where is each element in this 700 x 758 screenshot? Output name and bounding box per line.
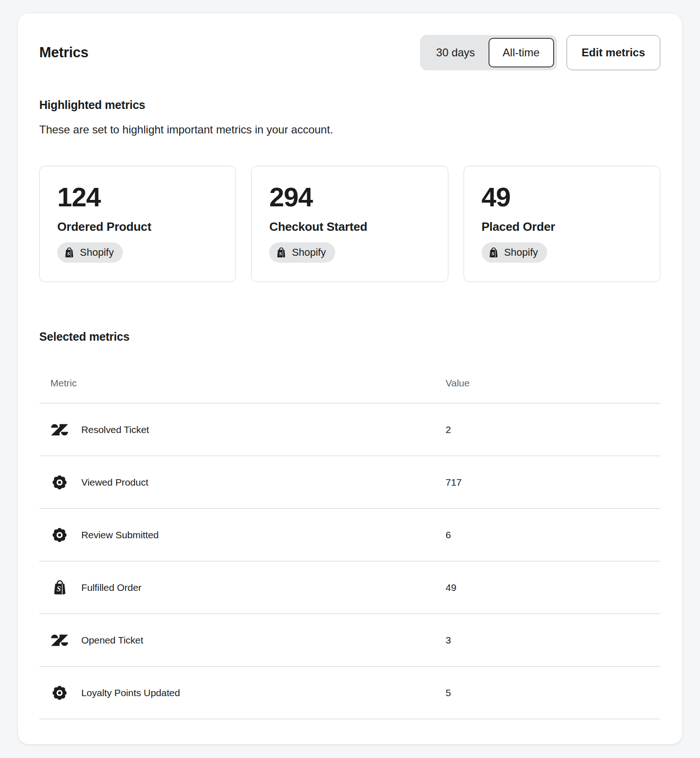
selected-metrics-heading: Selected metrics [39,329,660,344]
gear-icon [50,474,69,491]
metric-name: Review Submitted [81,529,159,541]
metric-card-label: Placed Order [482,220,642,234]
table-row: Fulfilled Order 49 [39,561,660,614]
metric-name: Loyalty Points Updated [81,687,180,698]
toggle-30-days[interactable]: 30 days [423,38,489,67]
source-badge: Shopify [269,242,335,263]
metric-value: 6 [446,529,660,541]
highlighted-cards-row: 124 Ordered Product Shopify 294 Checkout… [39,166,660,282]
metric-card-value: 49 [482,182,642,212]
source-badge-label: Shopify [292,247,326,259]
table-header: Metric Value [39,360,660,403]
column-header-metric: Metric [39,378,446,389]
source-badge-label: Shopify [504,247,538,259]
metric-card: 49 Placed Order Shopify [464,166,660,282]
metric-card: 294 Checkout Started Shopify [251,166,448,282]
metric-card-label: Checkout Started [269,220,430,234]
table-row: Loyalty Points Updated 5 [39,667,660,719]
metric-value: 49 [446,582,660,593]
metric-name: Fulfilled Order [81,582,141,593]
highlighted-metrics-heading: Highlighted metrics [39,97,660,112]
toggle-all-time[interactable]: All-time [489,38,554,67]
highlighted-metrics-description: These are set to highlight important met… [39,122,660,137]
time-range-toggle: 30 days All-time [420,35,557,70]
source-badge: Shopify [482,242,547,263]
metric-value: 5 [446,687,660,698]
column-header-value: Value [446,378,660,389]
metric-card-value: 124 [57,182,218,212]
table-row: Viewed Product 717 [39,456,660,509]
metrics-header: Metrics 30 days All-time Edit metrics [39,35,660,71]
metric-value: 2 [446,424,660,435]
metric-name: Viewed Product [81,477,148,488]
selected-metrics-table: Metric Value Resolved Ticket 2 Viewed Pr… [39,360,660,719]
gear-icon [50,684,69,702]
metric-value: 717 [446,477,660,488]
metrics-panel: Metrics 30 days All-time Edit metrics Hi… [18,13,682,745]
gear-icon [50,526,69,544]
metric-card: 124 Ordered Product Shopify [39,166,236,282]
header-actions: 30 days All-time Edit metrics [420,35,660,70]
zendesk-icon [50,632,69,648]
source-badge: Shopify [57,242,123,263]
metric-name: Resolved Ticket [81,424,149,435]
shopify-icon [488,247,500,259]
source-badge-label: Shopify [80,247,114,259]
shopify-icon [275,247,287,259]
metric-name: Opened Ticket [81,635,143,646]
table-row: Opened Ticket 3 [39,614,660,667]
table-row: Review Submitted 6 [39,509,660,561]
table-row: Resolved Ticket 2 [39,403,660,456]
shopify-icon [50,579,69,596]
metric-card-value: 294 [269,182,430,212]
metric-card-label: Ordered Product [57,220,218,234]
edit-metrics-button[interactable]: Edit metrics [567,35,660,70]
zendesk-icon [50,422,69,438]
metric-value: 3 [446,635,660,646]
shopify-icon [63,247,75,259]
page-title: Metrics [39,44,88,61]
